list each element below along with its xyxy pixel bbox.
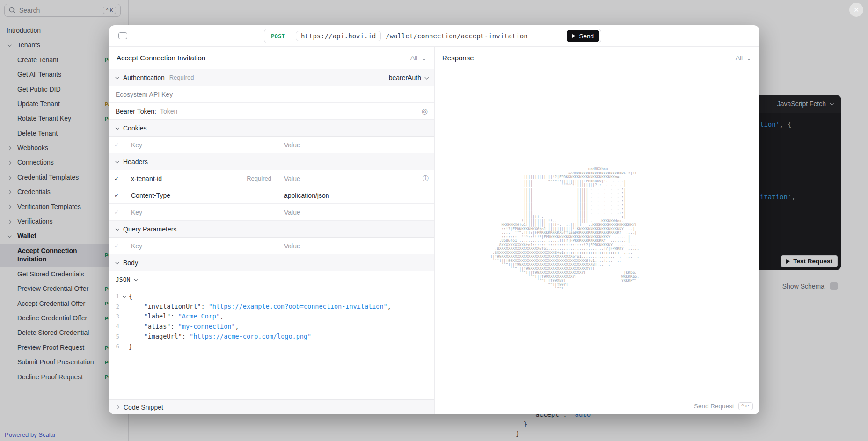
param-row: ✓KeyValue <box>109 204 434 221</box>
keyboard-shortcut-badge: ^ ↵ <box>738 402 753 410</box>
fold-chevron-icon[interactable] <box>122 294 126 298</box>
section-header-cookies[interactable]: Cookies <box>109 120 434 137</box>
response-title: Response <box>442 54 474 62</box>
param-row: ✓Content-Typeapplication/json <box>109 187 434 204</box>
key-cell[interactable]: Key <box>124 204 278 220</box>
key-input: Key <box>131 209 142 216</box>
param-row: ✓x-tenant-idRequiredValueⓘ <box>109 170 434 187</box>
code-line: 4 "alias": "my-connection", <box>109 321 434 331</box>
base-url-field[interactable]: https://api.hovi.id <box>296 31 381 41</box>
bearer-token-row: Bearer Token:Token◎ <box>109 103 434 120</box>
request-filter[interactable]: All <box>410 54 427 61</box>
key-input: Key <box>131 141 142 149</box>
chevron-down-icon <box>424 75 428 79</box>
value-cell[interactable]: Value <box>278 204 434 220</box>
value-cell[interactable]: Value <box>278 137 434 153</box>
code-line: 2 "invitationUrl": "https://example.com?… <box>109 301 434 311</box>
chevron-right-icon <box>116 405 119 409</box>
response-filter[interactable]: All <box>736 54 752 61</box>
key-input: Content-Type <box>131 192 170 199</box>
response-panel: Response All uod8KXbou ..uod8KKKKKKKKKKK… <box>435 47 759 414</box>
body-editor[interactable]: 1{2 "invitationUrl": "https://example.co… <box>109 288 434 356</box>
value-input: Value <box>284 242 300 250</box>
body-format-select[interactable]: JSON <box>109 271 434 288</box>
value-cell[interactable]: Value <box>278 238 434 254</box>
key-input: x-tenant-id <box>131 175 162 182</box>
value-input: Value <box>284 209 300 216</box>
path-field[interactable]: /wallet/connection/accept-invitation <box>386 32 527 40</box>
auth-scheme-select[interactable]: bearerAuth <box>389 74 428 81</box>
chevron-down-icon <box>115 227 119 231</box>
url-bar: POST https://api.hovi.id /wallet/connect… <box>264 29 601 43</box>
request-rows: AuthenticationRequiredbearerAuthEcosyste… <box>109 69 434 288</box>
request-header: Accept Connection Invitation All <box>109 47 434 69</box>
row-checkbox[interactable]: ✓ <box>109 238 124 254</box>
chevron-down-icon <box>115 126 119 130</box>
code-line: 6} <box>109 341 434 351</box>
line-number: 6 <box>109 343 119 350</box>
send-button[interactable]: Send <box>567 30 599 42</box>
modal-body: Accept Connection Invitation All Authent… <box>109 47 759 414</box>
row-checkbox[interactable]: ✓ <box>109 137 124 153</box>
section-header-query-parameters[interactable]: Query Parameters <box>109 221 434 238</box>
info-icon: ⓘ <box>423 174 429 183</box>
line-number: 1 <box>109 293 119 300</box>
param-row: ✓KeyValue <box>109 238 434 254</box>
row-checkbox[interactable]: ✓ <box>109 204 124 220</box>
api-client-modal: POST https://api.hovi.id /wallet/connect… <box>109 25 759 414</box>
chevron-down-icon <box>115 159 119 163</box>
chevron-down-icon <box>134 277 138 281</box>
code-line: 5 "imageUrl": "https://acme-corp.com/log… <box>109 332 434 341</box>
section-header-authentication[interactable]: AuthenticationRequiredbearerAuth <box>109 69 434 86</box>
row-checkbox[interactable]: ✓ <box>109 170 124 187</box>
auth-description-field[interactable]: Ecosystem API Key <box>109 86 434 103</box>
eye-icon[interactable]: ◎ <box>422 107 428 116</box>
required-label: Required <box>169 74 194 81</box>
filter-icon <box>421 56 427 60</box>
code-line: 3 "label": "Acme Corp", <box>109 311 434 321</box>
http-method-badge[interactable]: POST <box>264 29 292 43</box>
chevron-down-icon <box>115 260 119 264</box>
value-input: application/json <box>284 192 329 199</box>
response-header: Response All <box>435 47 759 69</box>
section-header-body[interactable]: Body <box>109 254 434 271</box>
key-cell[interactable]: Content-Type <box>124 187 278 203</box>
close-button[interactable]: × <box>849 3 863 17</box>
key-cell[interactable]: Key <box>124 137 278 153</box>
code-snippet-toggle[interactable]: Code Snippet <box>109 399 434 414</box>
line-number: 2 <box>109 303 119 310</box>
line-number: 4 <box>109 323 119 330</box>
chevron-down-icon <box>115 75 119 79</box>
request-topbar: POST https://api.hovi.id /wallet/connect… <box>109 25 759 47</box>
line-number: 3 <box>109 313 119 320</box>
ascii-art-placeholder: uod8KXbou ..uod8KKKKKKKKKKKKKKKKKKKRPF|?… <box>488 167 639 291</box>
screen: Search ^ K IntroductionTenantsCreate Ten… <box>0 0 868 441</box>
key-cell[interactable]: x-tenant-idRequired <box>124 170 278 187</box>
code-line: 1{ <box>109 291 434 301</box>
param-row: ✓KeyValue <box>109 137 434 153</box>
bearer-token-input[interactable]: Token <box>160 108 177 115</box>
request-panel: Accept Connection Invitation All Authent… <box>109 47 435 414</box>
key-input: Key <box>131 242 142 250</box>
row-checkbox[interactable]: ✓ <box>109 187 124 203</box>
send-request-hint: Send Request ^ ↵ <box>694 402 753 410</box>
section-header-headers[interactable]: Headers <box>109 153 434 170</box>
required-label: Required <box>247 175 271 182</box>
filter-icon <box>746 56 752 60</box>
sidebar-toggle-icon[interactable] <box>118 32 127 39</box>
value-cell[interactable]: Valueⓘ <box>278 170 434 187</box>
value-input: Value <box>284 141 300 149</box>
value-cell[interactable]: application/json <box>278 187 434 203</box>
play-icon <box>572 34 576 38</box>
request-title: Accept Connection Invitation <box>117 54 205 62</box>
key-cell[interactable]: Key <box>124 238 278 254</box>
value-input: Value <box>284 175 300 182</box>
line-number: 5 <box>109 333 119 340</box>
bearer-token-label: Bearer Token: <box>116 108 156 115</box>
